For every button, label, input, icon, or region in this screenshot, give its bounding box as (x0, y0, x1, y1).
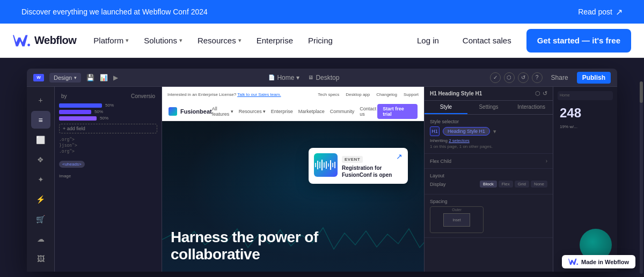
chevron-down-icon: ▾ (126, 37, 129, 44)
hero-h1: Harness the power of collaborative (171, 229, 318, 263)
editor-main-viewport[interactable]: Interested in an Enterprise License? Tal… (162, 87, 424, 272)
fusion-nav-contact[interactable]: Contact us (360, 106, 377, 117)
fusionbeat-cta-button[interactable]: Start free trial (377, 104, 418, 119)
fusion-nav-marketplace[interactable]: Marketplace (298, 109, 325, 114)
editor-seo-icon[interactable]: ☁ (31, 230, 50, 248)
editor-icon-chart[interactable]: 📊 (100, 74, 108, 81)
editor-topbar-center: 📄 Home ▾ 🖥 Desktop (268, 74, 339, 81)
fusion-nav-enterprise[interactable]: Enterprise (271, 109, 293, 114)
announcement-text: Discover everything we launched at Webfl… (21, 8, 208, 16)
content-area: W Design ▾ 💾 📊 ▶ 📄 Home ▾ 🖥 Deskto (0, 58, 644, 277)
navbar-right: Log in Contact sales Get started — it's … (408, 29, 631, 53)
made-in-webflow-badge[interactable]: Made in Webflow (562, 255, 635, 268)
spacing-inset-label: Inset (452, 218, 460, 222)
flex-child-row: Flex Child › (430, 158, 547, 164)
editor-layers-icon[interactable]: ≡ (31, 111, 50, 129)
editor-components-icon[interactable]: ❖ (31, 151, 50, 168)
fusion-nav-resources[interactable]: Resources ▾ (239, 109, 266, 114)
tech-specs-link[interactable]: Tech specs (318, 92, 339, 97)
editor-interactions-icon[interactable]: ✦ (31, 170, 50, 188)
tab-style[interactable]: Style (425, 101, 467, 114)
enterprise-link[interactable]: Talk to our Sales team. (237, 92, 281, 97)
announcement-bar: Discover everything we launched at Webfl… (0, 0, 644, 24)
main-navbar: Webflow Platform ▾ Solutions ▾ Resources… (0, 24, 644, 58)
desktop-app-link[interactable]: Desktop app (346, 92, 370, 97)
tab-interactions[interactable]: Interactions (510, 101, 553, 114)
display-grid-btn[interactable]: Grid (515, 181, 529, 188)
display-block-btn[interactable]: Block (480, 181, 497, 188)
navbar-left: Webflow Platform ▾ Solutions ▾ Resources… (13, 32, 339, 49)
scrollbar-thumb[interactable] (640, 81, 643, 103)
editor-cms-icon[interactable]: ⚡ (31, 190, 50, 208)
event-title: Registration for FusionConf is open (342, 164, 402, 178)
nav-item-pricing[interactable]: Pricing (302, 32, 339, 49)
changelog-link[interactable]: Changelog (376, 92, 397, 97)
nav-item-platform[interactable]: Platform ▾ (87, 32, 135, 49)
editor-refresh-icon[interactable]: ↺ (518, 72, 529, 83)
svg-rect-5 (324, 162, 325, 168)
contact-sales-button[interactable]: Contact sales (454, 32, 520, 49)
fusionbeat-navbar: Fusionbeat All features ▾ Resources ▾ (162, 102, 424, 121)
far-right-number-display: 248 19% w/... (558, 103, 613, 132)
chevron-down-icon: ▾ (238, 37, 241, 44)
fusion-nav-all-features[interactable]: All features ▾ (212, 106, 233, 117)
site-hero: Harness the power of collaborative (162, 121, 424, 272)
node-badge: <uheads> (59, 161, 85, 168)
display-none-btn[interactable]: None (531, 181, 547, 188)
editor-page-selector[interactable]: 📄 Home ▾ (268, 74, 299, 81)
editor-icon-buttons: ✓ ⬡ ↺ ? (490, 72, 543, 83)
editor-publish-button[interactable]: Publish (577, 72, 611, 84)
event-popup-arrow-icon[interactable]: ↗ (396, 152, 402, 161)
get-started-button[interactable]: Get started — it's free (526, 29, 631, 53)
editor-hex-icon[interactable]: ⬡ (504, 72, 515, 83)
login-button[interactable]: Log in (408, 32, 448, 49)
editor-share-button[interactable]: Share (547, 72, 573, 83)
editor-assets-icon[interactable]: ⬜ (31, 131, 50, 148)
right-panel-element-label: H1 Heading Style H1 (430, 91, 482, 96)
fusion-nav-community[interactable]: Community (330, 109, 355, 114)
right-panel-icon-1[interactable]: ⬡ (535, 90, 540, 97)
tab-settings[interactable]: Settings (467, 101, 510, 114)
enterprise-note: Interested in an Enterprise License? Tal… (167, 92, 281, 97)
webflow-logo[interactable]: Webflow (13, 34, 76, 47)
editor-help-icon[interactable]: ? (532, 72, 543, 83)
editor-image-icon[interactable]: 🖼 (31, 250, 50, 267)
editor-topbar: W Design ▾ 💾 📊 ▶ 📄 Home ▾ 🖥 Deskto (27, 69, 617, 87)
spacing-label: Spacing (430, 199, 547, 204)
display-flex-btn[interactable]: Flex (499, 181, 513, 188)
editor-check-icon[interactable]: ✓ (490, 72, 501, 83)
fusionbeat-logo[interactable]: Fusionbeat (169, 107, 212, 116)
data-bar-item-1: 50% (59, 103, 157, 108)
editor-data-panel: by Conversio 50% 50% 50% + add field (55, 87, 162, 272)
read-post-link[interactable]: Read post ↗ (578, 7, 623, 17)
right-panel-icon-2[interactable]: ↺ (543, 90, 547, 97)
nav-item-solutions[interactable]: Solutions ▾ (137, 32, 189, 49)
selector-inherit-info: Inheriting 2 selectors (430, 138, 547, 143)
event-popup[interactable]: EVENT Registration for FusionConf is ope… (309, 148, 408, 184)
chevron-down-icon: ▾ (296, 74, 299, 81)
event-thumb-waveform (315, 157, 336, 173)
chevron-down-icon: ▾ (179, 37, 182, 44)
nav-item-resources[interactable]: Resources ▾ (191, 32, 248, 49)
nav-item-enterprise[interactable]: Enterprise (250, 32, 299, 49)
style-selector-row: H1 Heading Style H1 ▾ (430, 126, 547, 136)
editor-ecommerce-icon[interactable]: 🛒 (31, 210, 50, 228)
support-link[interactable]: Support (404, 92, 419, 97)
unit-label: 19% w/... (560, 124, 577, 129)
style-selector-tag[interactable]: Heading Style H1 (443, 127, 490, 136)
editor-mode-button[interactable]: Design ▾ (49, 73, 81, 83)
editor-add-icon[interactable]: + (31, 91, 50, 109)
editor-viewport-selector[interactable]: 🖥 Desktop (308, 74, 339, 81)
layout-section-label: Layout (430, 173, 547, 178)
layout-section: Layout Display Block Flex Grid None (425, 169, 553, 194)
editor-icon-save[interactable]: 💾 (86, 74, 94, 81)
display-label: Display (430, 182, 446, 187)
chevron-right-icon[interactable]: › (546, 158, 547, 164)
event-tag: EVENT (342, 156, 363, 163)
editor-icon-play[interactable]: ▶ (113, 74, 118, 81)
editor-preview: W Design ▾ 💾 📊 ▶ 📄 Home ▾ 🖥 Deskto (27, 69, 617, 272)
data-bar-item-3: 50% (59, 116, 157, 121)
selector-page-note: 1 on this page, 1 on other pages. (430, 144, 547, 149)
data-panel-header: by Conversio (59, 91, 157, 101)
add-field-button[interactable]: + add field (59, 124, 157, 133)
